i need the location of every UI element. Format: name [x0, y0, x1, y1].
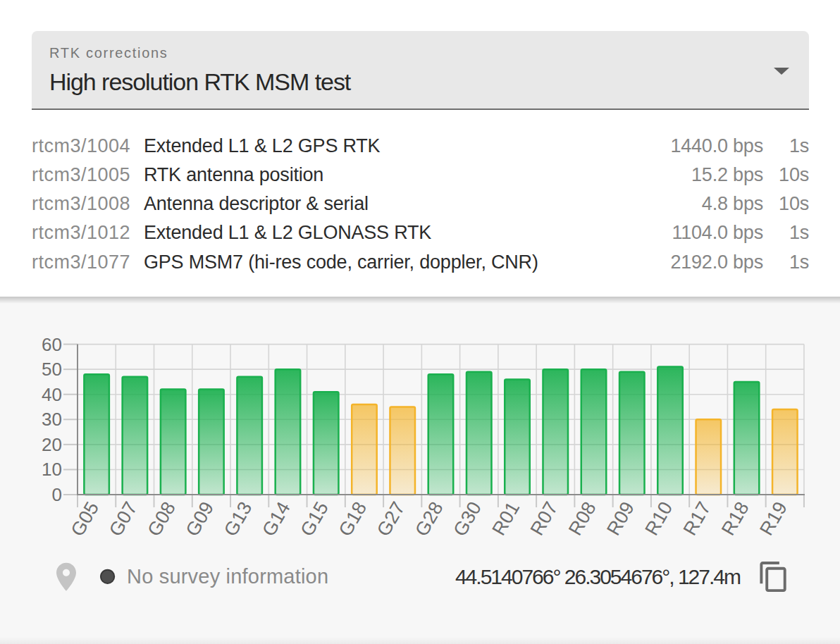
svg-text:G05: G05	[67, 498, 104, 540]
svg-text:G14: G14	[258, 498, 295, 540]
svg-text:R07: R07	[526, 498, 562, 539]
svg-text:R17: R17	[679, 498, 715, 539]
svg-text:R08: R08	[564, 498, 600, 539]
svg-text:G18: G18	[335, 498, 371, 540]
svg-text:30: 30	[42, 409, 62, 430]
svg-text:50: 50	[42, 359, 62, 380]
svg-text:G15: G15	[296, 498, 333, 540]
svg-text:G09: G09	[182, 498, 218, 540]
svg-text:60: 60	[42, 334, 62, 355]
svg-text:R19: R19	[755, 498, 791, 539]
svg-text:G13: G13	[220, 498, 257, 540]
svg-text:R01: R01	[488, 498, 524, 539]
svg-text:G30: G30	[449, 498, 486, 540]
svg-text:G27: G27	[373, 498, 409, 540]
svg-text:G28: G28	[411, 498, 447, 540]
svg-text:G08: G08	[143, 498, 180, 540]
svg-text:R18: R18	[717, 498, 753, 539]
svg-text:40: 40	[42, 384, 62, 405]
svg-text:R09: R09	[603, 498, 638, 539]
svg-text:G07: G07	[105, 498, 142, 540]
svg-text:0: 0	[52, 484, 62, 505]
svg-text:R10: R10	[641, 498, 677, 539]
svg-text:20: 20	[42, 434, 62, 455]
svg-text:10: 10	[42, 459, 62, 480]
